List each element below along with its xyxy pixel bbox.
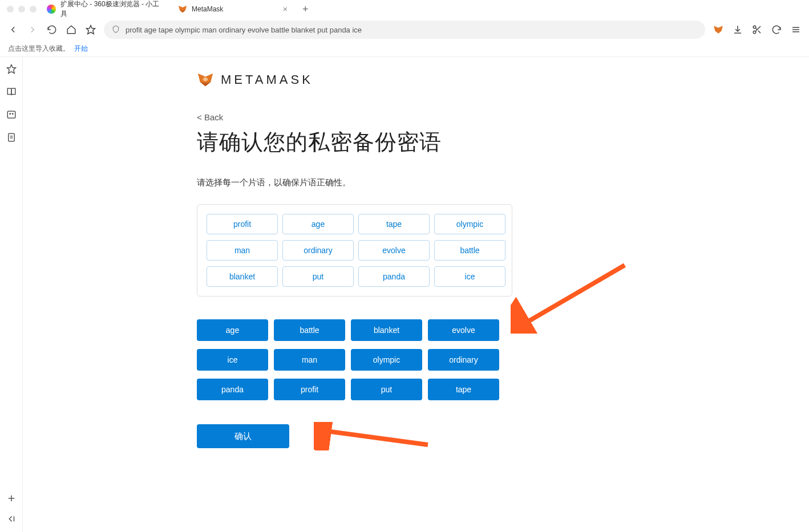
svg-marker-12 xyxy=(7,65,15,74)
browser-chrome: 扩展中心 - 360极速浏览器 - 小工具 MetaMask × + profi… xyxy=(0,0,809,57)
seed-word-bank: agebattleblanketevolveicemanolympicordin… xyxy=(197,319,512,400)
new-tab-button[interactable]: + xyxy=(297,3,314,15)
page-viewport: METAMASK < Back 请确认您的私密备份密语 请选择每一个片语，以确保… xyxy=(23,57,809,532)
undo-icon[interactable] xyxy=(770,23,783,36)
seed-word-bank[interactable]: evolve xyxy=(428,319,499,341)
svg-point-15 xyxy=(12,113,13,115)
favorites-button[interactable] xyxy=(84,23,97,36)
add-icon[interactable] xyxy=(6,493,17,503)
brand-name: METAMASK xyxy=(221,72,313,87)
seed-word-bank[interactable]: blanket xyxy=(351,319,422,341)
left-sidebar xyxy=(0,57,23,532)
bookmarks-start-link[interactable]: 开始 xyxy=(74,44,88,54)
page-subtitle: 请选择每一个片语，以确保片语正确性。 xyxy=(197,177,551,188)
seed-word-selected[interactable]: evolve xyxy=(358,240,430,261)
svg-point-5 xyxy=(753,31,756,34)
bookmarks-bar: 点击这里导入收藏。 开始 xyxy=(0,41,809,57)
seed-word-selected[interactable]: ice xyxy=(434,266,505,287)
seed-word-bank[interactable]: olympic xyxy=(351,349,422,371)
svg-point-14 xyxy=(10,113,11,115)
back-link[interactable]: < Back xyxy=(197,112,223,122)
seed-word-bank[interactable]: put xyxy=(351,379,422,400)
seed-word-bank[interactable]: ice xyxy=(197,349,268,371)
scissors-icon[interactable] xyxy=(751,23,763,36)
seed-word-bank[interactable]: profit xyxy=(274,379,345,400)
seed-word-bank[interactable]: man xyxy=(274,349,345,371)
seed-word-selected[interactable]: put xyxy=(282,266,354,287)
seed-word-bank[interactable]: age xyxy=(197,319,268,341)
svg-marker-3 xyxy=(714,26,723,34)
seed-word-selected[interactable]: tape xyxy=(358,214,430,234)
seed-word-selected[interactable]: olympic xyxy=(434,214,505,234)
bookmarks-hint: 点击这里导入收藏。 xyxy=(8,44,70,54)
traffic-close[interactable] xyxy=(7,6,14,13)
address-bar[interactable]: profit age tape olympic man ordinary evo… xyxy=(104,21,705,39)
svg-line-8 xyxy=(755,28,757,30)
seed-word-selected[interactable]: ordinary xyxy=(282,240,354,261)
menu-icon[interactable] xyxy=(790,23,802,36)
favicon-metamask-icon xyxy=(178,5,187,14)
doc-icon[interactable] xyxy=(6,132,17,143)
traffic-maximize[interactable] xyxy=(30,6,37,13)
favicon-360-icon xyxy=(47,5,56,14)
address-text: profit age tape olympic man ordinary evo… xyxy=(126,26,697,34)
svg-line-7 xyxy=(758,31,761,33)
svg-marker-2 xyxy=(87,26,95,34)
star-icon[interactable] xyxy=(6,64,17,74)
seed-word-bank[interactable]: ordinary xyxy=(428,349,499,371)
confirm-label: 确认 xyxy=(234,431,252,442)
image-icon[interactable] xyxy=(6,109,17,120)
tab-metamask[interactable]: MetaMask × xyxy=(171,0,297,18)
seed-word-selected[interactable]: blanket xyxy=(207,266,278,287)
seed-word-selected[interactable]: age xyxy=(282,214,354,234)
home-button[interactable] xyxy=(65,23,78,36)
tab-title: MetaMask xyxy=(192,5,223,13)
tab-title: 扩展中心 - 360极速浏览器 - 小工具 xyxy=(60,0,164,19)
seed-word-selected[interactable]: man xyxy=(207,240,278,261)
metamask-logo-icon xyxy=(197,71,214,88)
toolbar: profit age tape olympic man ordinary evo… xyxy=(0,18,809,41)
seed-word-bank[interactable]: panda xyxy=(197,379,268,400)
book-icon[interactable] xyxy=(6,87,17,97)
brand: METAMASK xyxy=(197,71,551,88)
seed-selected-box: profitagetapeolympicmanordinaryevolvebat… xyxy=(197,204,512,297)
seed-word-selected[interactable]: profit xyxy=(207,214,278,234)
tab-extensions[interactable]: 扩展中心 - 360极速浏览器 - 小工具 xyxy=(40,0,171,18)
page-title: 请确认您的私密备份密语 xyxy=(197,128,551,157)
seed-word-bank[interactable]: tape xyxy=(428,379,499,400)
download-icon[interactable] xyxy=(731,23,744,36)
shield-icon xyxy=(112,25,120,35)
traffic-minimize[interactable] xyxy=(18,6,25,13)
seed-word-selected[interactable]: panda xyxy=(358,266,430,287)
tab-close-icon[interactable]: × xyxy=(281,5,290,14)
seed-word-bank[interactable]: battle xyxy=(274,319,345,341)
metamask-content: METAMASK < Back 请确认您的私密备份密语 请选择每一个片语，以确保… xyxy=(197,57,551,448)
tab-strip: 扩展中心 - 360极速浏览器 - 小工具 MetaMask × + xyxy=(40,0,809,18)
back-button[interactable] xyxy=(7,23,19,36)
reload-button[interactable] xyxy=(46,23,58,36)
metamask-ext-icon[interactable] xyxy=(712,23,725,36)
svg-point-4 xyxy=(753,26,756,29)
confirm-button[interactable]: 确认 xyxy=(197,424,289,448)
forward-button[interactable] xyxy=(26,23,39,36)
collapse-icon[interactable] xyxy=(6,514,17,524)
svg-rect-13 xyxy=(7,111,15,118)
seed-word-selected[interactable]: battle xyxy=(434,240,505,261)
